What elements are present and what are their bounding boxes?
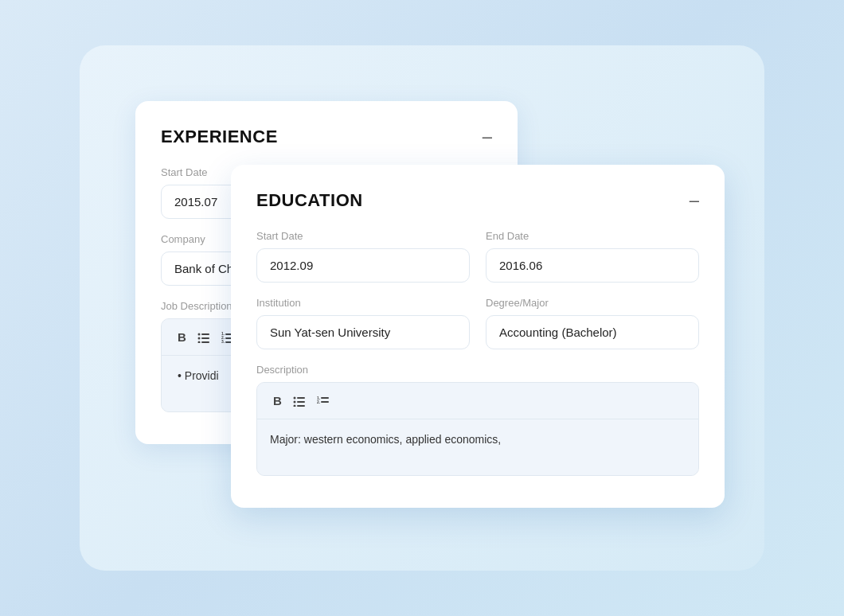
svg-point-0 (197, 333, 200, 335)
svg-rect-3 (201, 337, 209, 339)
outer-container: EXPERIENCE – Start Date End Date Company… (80, 45, 764, 571)
education-institution-label: Institution (256, 297, 470, 309)
svg-point-4 (197, 341, 200, 343)
education-degree-col: Degree/Major (486, 297, 699, 349)
svg-point-14 (293, 400, 295, 403)
svg-rect-13 (297, 397, 305, 399)
experience-card-header: EXPERIENCE – (161, 127, 492, 147)
svg-rect-19 (321, 397, 329, 399)
svg-text:3.: 3. (221, 339, 225, 343)
experience-bullet-btn[interactable] (193, 329, 215, 346)
education-desc-text: Major: western economics, applied econom… (270, 433, 501, 446)
svg-point-16 (293, 404, 295, 407)
education-desc-content[interactable]: Major: western economics, applied econom… (257, 419, 698, 475)
education-title: EDUCATION (256, 190, 363, 211)
education-bold-btn[interactable]: B (268, 391, 287, 411)
education-desc-section: Description B (256, 364, 699, 476)
education-institution-input[interactable] (256, 315, 470, 349)
svg-rect-1 (201, 333, 209, 335)
experience-desc-text: Providi (174, 369, 219, 382)
education-collapse-btn[interactable]: – (690, 192, 699, 209)
education-ordered-btn[interactable]: 1. 2. (312, 392, 334, 410)
svg-rect-5 (201, 341, 209, 343)
education-card: EDUCATION – Start Date End Date Institut… (231, 165, 725, 508)
svg-point-2 (197, 337, 200, 339)
experience-bold-btn[interactable]: B (173, 327, 191, 347)
experience-collapse-btn[interactable]: – (483, 128, 492, 146)
education-end-col: End Date (486, 230, 699, 283)
education-card-header: EDUCATION – (256, 190, 699, 211)
education-start-label: Start Date (256, 230, 470, 242)
svg-text:2.: 2. (317, 400, 321, 404)
svg-rect-15 (297, 401, 305, 403)
education-start-col: Start Date (256, 230, 470, 283)
svg-point-12 (293, 396, 295, 399)
education-editor: B 1. (256, 382, 699, 476)
education-end-label: End Date (486, 230, 699, 242)
education-dates-row: Start Date End Date (256, 230, 699, 283)
svg-rect-17 (297, 405, 305, 407)
education-institution-col: Institution (256, 297, 470, 349)
education-institution-row: Institution Degree/Major (256, 297, 699, 349)
education-end-input[interactable] (486, 248, 699, 283)
education-bullet-btn[interactable] (288, 392, 311, 410)
education-toolbar: B 1. (257, 383, 698, 419)
education-degree-input[interactable] (486, 315, 699, 349)
experience-title: EXPERIENCE (161, 127, 278, 147)
education-degree-label: Degree/Major (486, 297, 699, 309)
svg-rect-21 (321, 401, 329, 403)
education-start-input[interactable] (256, 248, 470, 283)
education-desc-label: Description (256, 364, 699, 376)
